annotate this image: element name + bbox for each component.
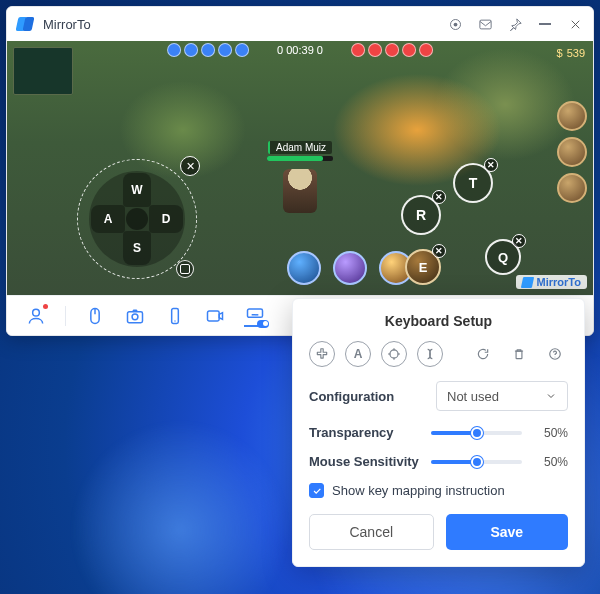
titlebar: MirrorTo bbox=[7, 7, 593, 41]
hero-portraits[interactable] bbox=[557, 101, 587, 203]
svg-point-1 bbox=[453, 22, 457, 26]
screen-record-icon[interactable] bbox=[204, 305, 226, 327]
keymap-t-remove-icon[interactable]: ✕ bbox=[484, 158, 498, 172]
svg-point-3 bbox=[33, 309, 40, 316]
minimap[interactable] bbox=[13, 47, 73, 95]
show-mapping-checkbox[interactable] bbox=[309, 483, 324, 498]
dpad-overlay[interactable]: W S A D ✕ bbox=[77, 159, 197, 279]
tool-keypress-icon[interactable]: A bbox=[345, 341, 371, 367]
tool-crosshair-icon[interactable] bbox=[381, 341, 407, 367]
minimize-button[interactable] bbox=[537, 16, 553, 32]
dpad-down[interactable]: S bbox=[123, 231, 151, 265]
svg-point-23 bbox=[555, 356, 556, 357]
watermark: MirrorTo bbox=[516, 275, 587, 289]
pin-icon[interactable] bbox=[507, 16, 523, 32]
transparency-slider[interactable] bbox=[431, 431, 522, 435]
transparency-value: 50% bbox=[532, 426, 568, 440]
sensitivity-label: Mouse Sensitivity bbox=[309, 454, 421, 469]
keymap-q[interactable]: Q ✕ bbox=[485, 239, 521, 275]
sensitivity-slider[interactable] bbox=[431, 460, 522, 464]
gold-amount: 539 bbox=[567, 47, 585, 59]
dpad-left[interactable]: A bbox=[91, 205, 125, 233]
player-character bbox=[283, 169, 317, 213]
svg-rect-11 bbox=[248, 309, 263, 317]
transparency-label: Transparency bbox=[309, 425, 421, 440]
keymap-r[interactable]: R ✕ bbox=[401, 195, 441, 235]
hud-scoreboard: 0 00:39 0 bbox=[167, 43, 433, 57]
game-view[interactable]: 0 00:39 0 $ 539 Adam Muiz W S A D ✕ R bbox=[7, 41, 593, 295]
svg-rect-21 bbox=[516, 351, 522, 359]
keymap-t-label: T bbox=[469, 175, 478, 191]
panel-title: Keyboard Setup bbox=[309, 313, 568, 329]
keymap-q-remove-icon[interactable]: ✕ bbox=[512, 234, 526, 248]
record-icon[interactable] bbox=[447, 16, 463, 32]
chevron-down-icon bbox=[545, 390, 557, 402]
keyboard-icon[interactable] bbox=[244, 305, 266, 327]
keyboard-setup-panel: Keyboard Setup A Configuration Not used … bbox=[292, 298, 585, 567]
hud-gold: $ 539 bbox=[557, 47, 585, 59]
tool-macro-icon[interactable] bbox=[417, 341, 443, 367]
keymap-r-remove-icon[interactable]: ✕ bbox=[432, 190, 446, 204]
keymap-r-label: R bbox=[416, 207, 426, 223]
camera-icon[interactable] bbox=[124, 305, 146, 327]
dpad-right[interactable]: D bbox=[149, 205, 183, 233]
svg-point-9 bbox=[174, 320, 175, 321]
keymap-e-label: E bbox=[419, 260, 428, 275]
svg-rect-2 bbox=[479, 20, 490, 29]
help-icon[interactable] bbox=[542, 341, 568, 367]
app-logo-icon bbox=[17, 15, 35, 33]
dpad-remove-icon[interactable]: ✕ bbox=[180, 156, 200, 176]
app-window: MirrorTo 0 00:39 0 $ 539 Adam Muiz bbox=[6, 6, 594, 336]
dpad-up[interactable]: W bbox=[123, 173, 151, 207]
player-healthbar bbox=[267, 156, 333, 161]
close-button[interactable] bbox=[567, 16, 583, 32]
cancel-button[interactable]: Cancel bbox=[309, 514, 434, 550]
keymap-e[interactable]: E ✕ bbox=[405, 249, 441, 285]
svg-point-16 bbox=[390, 350, 398, 358]
app-title: MirrorTo bbox=[43, 17, 91, 32]
show-mapping-label: Show key mapping instruction bbox=[332, 483, 505, 498]
match-timer: 0 00:39 0 bbox=[277, 44, 323, 56]
configuration-select[interactable]: Not used bbox=[436, 381, 568, 411]
tool-dpad-icon[interactable] bbox=[309, 341, 335, 367]
configuration-value: Not used bbox=[447, 389, 499, 404]
svg-point-7 bbox=[132, 313, 138, 319]
player-name-label: Adam Muiz bbox=[268, 141, 332, 154]
svg-rect-10 bbox=[208, 311, 220, 321]
dpad-edit-icon[interactable] bbox=[176, 260, 194, 278]
skill-buttons[interactable] bbox=[287, 251, 413, 285]
sensitivity-value: 50% bbox=[532, 455, 568, 469]
phone-icon[interactable] bbox=[164, 305, 186, 327]
panel-tool-row: A bbox=[309, 341, 568, 367]
configuration-label: Configuration bbox=[309, 389, 394, 404]
mail-icon[interactable] bbox=[477, 16, 493, 32]
mouse-icon[interactable] bbox=[84, 305, 106, 327]
reset-icon[interactable] bbox=[470, 341, 496, 367]
delete-icon[interactable] bbox=[506, 341, 532, 367]
keymap-t[interactable]: T ✕ bbox=[453, 163, 493, 203]
keymap-e-remove-icon[interactable]: ✕ bbox=[432, 244, 446, 258]
save-button[interactable]: Save bbox=[446, 514, 569, 550]
account-icon[interactable] bbox=[25, 305, 47, 327]
keymap-q-label: Q bbox=[498, 250, 508, 265]
